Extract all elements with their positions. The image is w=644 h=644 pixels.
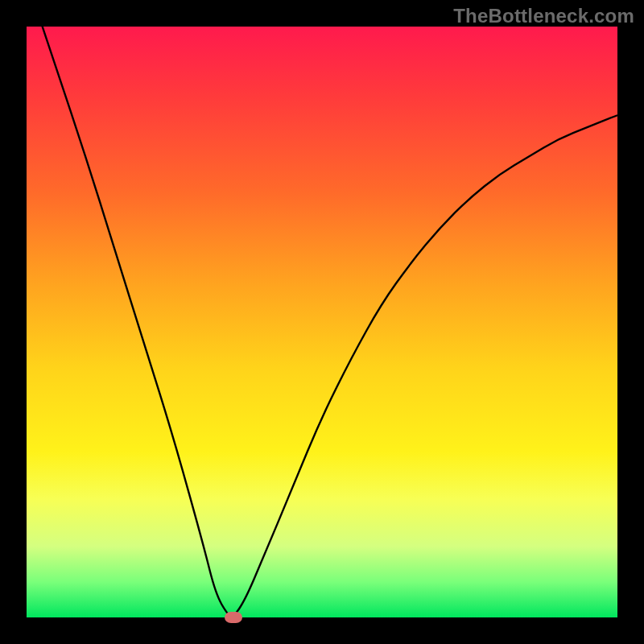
chart-frame: TheBottleneck.com (0, 0, 644, 644)
plot-area (27, 27, 617, 617)
optimal-marker (225, 612, 242, 623)
watermark-text: TheBottleneck.com (453, 5, 634, 27)
